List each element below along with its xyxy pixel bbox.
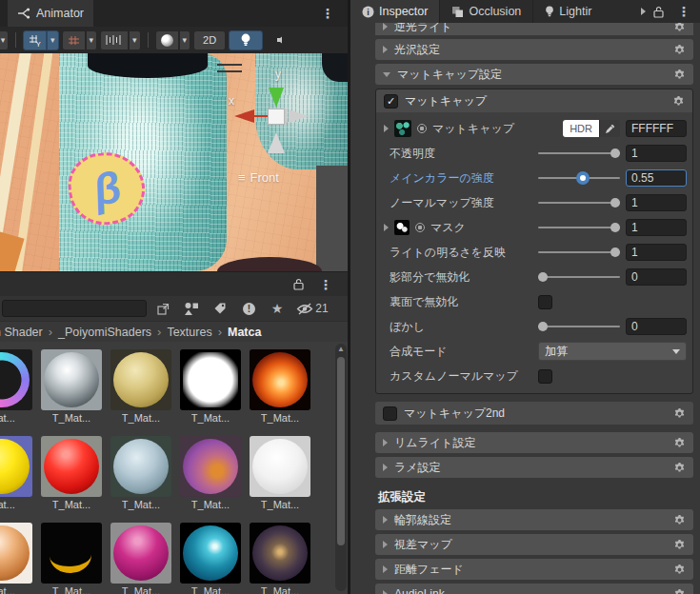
normal-map-strength-field[interactable]: 1 xyxy=(626,194,687,211)
gear-icon[interactable] xyxy=(673,564,686,576)
view-2d-button[interactable]: 2D xyxy=(193,30,226,50)
unlock-icon[interactable] xyxy=(293,278,304,290)
section-distance-fade[interactable]: 距離フェード xyxy=(375,559,693,580)
breadcrumb-current-folder[interactable]: Matca xyxy=(228,326,261,339)
asset-item[interactable]: T_Mat... xyxy=(110,523,171,594)
backface-disable-checkbox[interactable] xyxy=(538,295,552,309)
asset-item[interactable]: T_Mat... xyxy=(180,436,241,510)
blur-slider[interactable] xyxy=(538,320,620,333)
asset-item[interactable]: T_Mat... xyxy=(250,436,310,510)
gizmo-center-cube[interactable] xyxy=(268,109,285,125)
expander-icon[interactable] xyxy=(384,224,389,231)
gear-icon[interactable] xyxy=(673,23,686,33)
section-audiolink[interactable]: AudioLink xyxy=(375,584,693,594)
tab-occlusion[interactable]: Occlusion xyxy=(440,0,533,23)
favorites-star-icon[interactable]: ★ xyxy=(265,299,290,318)
normal-map-strength-slider[interactable] xyxy=(538,196,620,209)
unlock-icon[interactable] xyxy=(653,6,664,18)
shading-mode-button[interactable] xyxy=(155,30,179,50)
texture-target-icon[interactable] xyxy=(417,124,427,133)
gear-icon[interactable] xyxy=(673,462,686,474)
project-menu-icon[interactable]: ⋮ xyxy=(313,277,338,292)
inspector-menu-icon[interactable]: ⋮ xyxy=(671,4,696,19)
filter-by-label-icon[interactable] xyxy=(208,299,232,318)
light-brightness-slider[interactable] xyxy=(538,246,620,259)
tab-inspector[interactable]: i Inspector xyxy=(350,0,440,23)
breadcrumb-folder[interactable]: Textures xyxy=(167,326,211,339)
tab-lighting[interactable]: Lightir xyxy=(533,0,603,23)
gear-icon[interactable] xyxy=(673,407,686,420)
hdr-color-picker[interactable]: HDR xyxy=(563,120,620,137)
section-lame[interactable]: ラメ設定 xyxy=(375,457,693,478)
gizmo-x-axis-cone[interactable] xyxy=(234,109,254,123)
gear-icon[interactable] xyxy=(673,588,686,594)
gizmo-y-axis-cone[interactable] xyxy=(269,88,284,108)
section-matcap2nd[interactable]: マットキャップ2nd xyxy=(375,402,693,425)
shading-mode-dropdown[interactable]: ▾ xyxy=(179,30,191,50)
section-rim-light[interactable]: リムライト設定 xyxy=(375,432,693,453)
asset-item[interactable]: Mat... xyxy=(0,436,32,510)
mask-texture-thumbnail[interactable] xyxy=(394,220,410,235)
panel-menu-icon[interactable]: ⋮ xyxy=(315,6,340,21)
more-tabs-icon[interactable] xyxy=(641,8,646,15)
scene-drag-handle-icon[interactable] xyxy=(217,64,242,72)
asset-item[interactable]: T_Mat... xyxy=(41,349,102,424)
asset-item[interactable]: T_Mat... xyxy=(41,436,102,510)
custom-normal-checkbox[interactable] xyxy=(538,369,552,384)
grid-axis-button[interactable]: Y xyxy=(23,30,47,50)
mask-value-field[interactable]: 1 xyxy=(626,219,687,236)
scroll-up-icon[interactable]: ▲ xyxy=(337,346,345,353)
asset-item[interactable]: T_Mat... xyxy=(41,523,102,594)
asset-item[interactable]: T_Mat... xyxy=(250,523,310,594)
shadow-disable-slider[interactable] xyxy=(538,270,620,284)
gear-icon[interactable] xyxy=(673,539,686,551)
console-filter-icon[interactable]: ! xyxy=(236,299,261,318)
matcap-texture-thumbnail[interactable] xyxy=(394,120,411,137)
blur-value-field[interactable]: 0 xyxy=(626,318,687,335)
hidden-items-toggle[interactable]: 21 xyxy=(293,299,331,318)
asset-item[interactable]: T_Mat... xyxy=(250,349,310,424)
main-color-strength-field[interactable]: 0.55 xyxy=(626,169,687,187)
shadow-disable-field[interactable]: 0 xyxy=(626,268,687,286)
section-outline[interactable]: 輪郭線設定 xyxy=(375,509,693,530)
hex-color-field[interactable]: FFFFFF xyxy=(626,120,687,137)
asset-item[interactable]: T_Mat... xyxy=(110,349,171,424)
grid-snap-dropdown[interactable]: ▾ xyxy=(86,30,98,50)
main-color-strength-slider[interactable] xyxy=(538,171,620,185)
scene-audio-button[interactable] xyxy=(271,30,287,50)
snap-increment-button[interactable] xyxy=(100,30,129,50)
expander-icon[interactable] xyxy=(384,125,389,132)
gizmo-down-cone[interactable] xyxy=(268,132,285,153)
texture-target-icon[interactable] xyxy=(415,223,425,232)
asset-item[interactable]: Mat... xyxy=(0,523,32,594)
grid-axis-dropdown[interactable]: ▾ xyxy=(47,30,59,50)
gear-icon[interactable] xyxy=(673,514,686,526)
asset-item[interactable]: T_Mat... xyxy=(180,349,241,424)
asset-item[interactable]: T_Mat... xyxy=(110,436,171,510)
section-backlight[interactable]: 逆光ライト xyxy=(375,23,693,35)
scene-view[interactable]: β y x ≡ Front xyxy=(0,53,348,271)
open-new-window-icon[interactable] xyxy=(150,299,175,318)
light-brightness-field[interactable]: 1 xyxy=(626,244,687,261)
search-input[interactable] xyxy=(2,300,147,317)
asset-item[interactable]: Mat... xyxy=(0,349,32,424)
section-gloss[interactable]: 光沢設定 xyxy=(375,39,693,60)
matcap-group-header[interactable]: マットキャップ xyxy=(376,89,692,112)
tab-animator[interactable]: Animator xyxy=(8,0,93,27)
filter-by-type-icon[interactable] xyxy=(179,299,204,318)
scrollbar-thumb[interactable] xyxy=(337,357,345,545)
opacity-slider[interactable] xyxy=(538,147,620,160)
scene-lighting-button[interactable] xyxy=(229,30,263,50)
gear-icon[interactable] xyxy=(673,44,686,56)
asset-item[interactable]: T_Mat... xyxy=(180,523,241,594)
gear-icon[interactable] xyxy=(672,95,685,108)
gizmo-z-axis-cone[interactable] xyxy=(289,109,309,123)
opacity-value-field[interactable]: 1 xyxy=(626,145,687,162)
toolbar-overflow-button[interactable]: ▾ xyxy=(0,30,9,50)
section-matcap-settings[interactable]: マットキャップ設定 xyxy=(375,64,693,85)
matcap-enabled-checkbox[interactable] xyxy=(384,94,398,109)
gear-icon[interactable] xyxy=(673,69,686,81)
gear-icon[interactable] xyxy=(673,437,686,449)
section-parallax[interactable]: 視差マップ xyxy=(375,534,693,555)
vertical-scrollbar[interactable]: ▲ xyxy=(335,344,347,591)
